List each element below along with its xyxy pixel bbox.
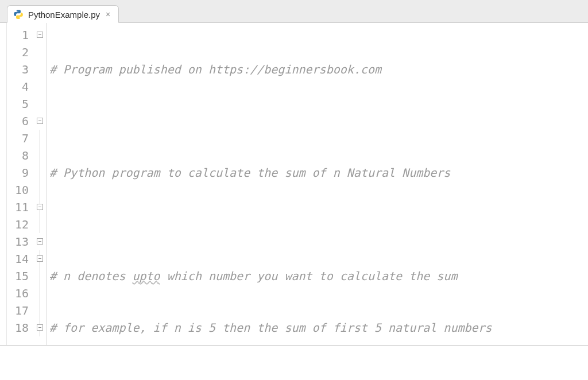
editor: 1 2 3 4 5 6 7 8 9 10 11 12 13 14 15 16 1… xyxy=(0,23,588,346)
line-number[interactable]: 14 xyxy=(7,250,34,267)
fold-strip[interactable] xyxy=(34,23,47,345)
line-number[interactable]: 5 xyxy=(7,95,34,113)
comment: # n denotes upto which number you want t… xyxy=(49,269,457,283)
line-number[interactable]: 12 xyxy=(7,216,34,233)
fold-toggle-icon[interactable] xyxy=(37,32,43,38)
breakpoint-strip[interactable] xyxy=(0,23,7,345)
line-number[interactable]: 2 xyxy=(7,44,34,61)
python-icon xyxy=(13,9,24,20)
fold-toggle-icon[interactable] xyxy=(37,204,43,210)
line-number[interactable]: 17 xyxy=(7,302,34,319)
line-number[interactable]: 18 xyxy=(7,319,34,336)
line-number[interactable]: 10 xyxy=(7,181,34,199)
fold-toggle-icon[interactable] xyxy=(37,324,43,331)
line-number[interactable]: 6 xyxy=(7,113,34,130)
fold-toggle-icon[interactable] xyxy=(37,118,43,124)
line-number[interactable]: 8 xyxy=(7,147,34,164)
comment: # for example, if n is 5 then the sum of… xyxy=(49,321,492,335)
line-number[interactable]: 11 xyxy=(7,199,34,216)
line-number[interactable]: 13 xyxy=(7,233,34,250)
line-number[interactable]: 15 xyxy=(7,267,34,285)
line-number-gutter[interactable]: 1 2 3 4 5 6 7 8 9 10 11 12 13 14 15 16 1… xyxy=(7,23,34,345)
fold-toggle-icon[interactable] xyxy=(37,255,43,262)
line-number[interactable]: 16 xyxy=(7,285,34,302)
comment: # Python program to calculate the sum of… xyxy=(49,166,450,180)
line-number[interactable]: 7 xyxy=(7,130,34,147)
tab-bar: PythonExample.py × xyxy=(0,0,588,23)
code-area[interactable]: # Program published on https://beginners… xyxy=(47,23,588,345)
line-number[interactable]: 3 xyxy=(7,61,34,78)
line-number[interactable]: 1 xyxy=(7,26,34,44)
fold-toggle-icon[interactable] xyxy=(37,238,43,245)
line-number[interactable]: 9 xyxy=(7,164,34,181)
line-number[interactable]: 4 xyxy=(7,78,34,95)
comment: # Program published on https://beginners… xyxy=(49,63,381,76)
tab-filename: PythonExample.py xyxy=(28,10,100,20)
tab-file[interactable]: PythonExample.py × xyxy=(7,5,119,23)
close-icon[interactable]: × xyxy=(105,10,111,18)
editor-empty-area[interactable] xyxy=(0,346,588,380)
